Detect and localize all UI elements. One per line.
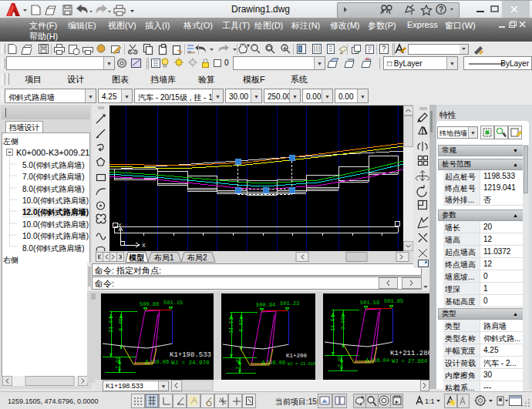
- svg-text:9.08: 9.08: [340, 317, 346, 330]
- svg-text:501.15: 501.15: [163, 300, 183, 306]
- svg-text:11.64: 11.64: [330, 315, 336, 331]
- svg-text:K1+198.533: K1+198.533: [170, 351, 211, 359]
- svg-text:2.56: 2.56: [115, 356, 121, 369]
- svg-text:1:1: 1:1: [425, 397, 435, 405]
- svg-text:K1+211.286: K1+211.286: [390, 350, 429, 357]
- svg-text:500.94: 500.94: [256, 302, 275, 308]
- svg-text:2.55: 2.55: [337, 354, 343, 367]
- svg-text:2.42: 2.42: [235, 357, 241, 370]
- svg-text:?: ?: [439, 5, 443, 14]
- svg-text:8.69: 8.69: [238, 319, 244, 332]
- svg-text:WJ = 27.864: WJ = 27.864: [392, 358, 427, 364]
- svg-text:WJ = 24.970: WJ = 24.970: [171, 360, 210, 366]
- svg-text:501.23: 501.23: [280, 300, 299, 307]
- svg-text:Y: Y: [118, 223, 122, 228]
- svg-text:500.86: 500.86: [140, 301, 159, 307]
- svg-text:11.04: 11.04: [108, 317, 114, 333]
- svg-text:8.48: 8.48: [118, 318, 124, 331]
- svg-text:?: ?: [382, 45, 386, 53]
- svg-text:11.11: 11.11: [228, 317, 234, 334]
- svg-text:WJ = 23.615: WJ = 23.615: [288, 361, 315, 367]
- svg-text:X: X: [142, 243, 146, 248]
- svg-text:501.85: 501.85: [384, 298, 403, 304]
- svg-text:501.56: 501.56: [360, 300, 379, 306]
- svg-text:K1+200: K1+200: [286, 353, 308, 359]
